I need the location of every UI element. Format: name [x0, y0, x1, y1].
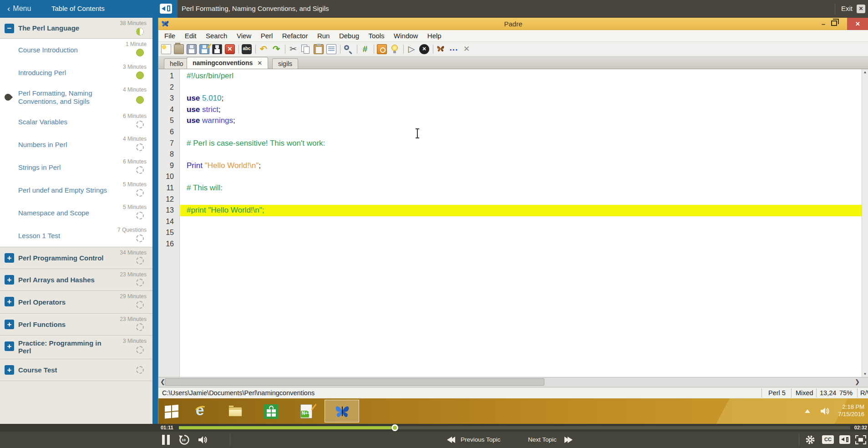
collapse-panel-button[interactable] — [839, 435, 850, 444]
tab-sigils[interactable]: sigils — [272, 58, 298, 69]
new-file-icon[interactable] — [161, 44, 171, 54]
close-player-button[interactable]: ✕ — [857, 5, 865, 13]
toc-item-numbers-in-perl[interactable]: Numbers in Perl 4 Minutes — [0, 133, 152, 156]
menu-back-button[interactable]: ‹Menu — [7, 4, 31, 14]
toc-item-perl-undef[interactable]: Perl undef and Empty Strings 5 Minutes — [0, 179, 152, 202]
close-window-button[interactable]: ✕ — [847, 18, 868, 30]
menu-edit[interactable]: Edit — [181, 30, 200, 41]
horizontal-scrollbar[interactable]: ❮ ❯ — [158, 377, 868, 387]
close-tab-icon[interactable]: ✕ — [257, 57, 262, 69]
settings-button[interactable] — [805, 434, 816, 445]
expand-section-button[interactable]: + — [5, 253, 14, 263]
restore-button[interactable] — [831, 20, 837, 26]
expand-section-button[interactable]: + — [5, 275, 14, 285]
menu-tools[interactable]: Tools — [365, 30, 388, 41]
spellcheck-abc-icon[interactable]: abc — [242, 44, 252, 54]
scroll-up-icon[interactable]: ▲ — [862, 70, 868, 74]
tab-hello[interactable]: hello — [164, 58, 189, 69]
expand-section-button[interactable]: + — [5, 341, 14, 351]
menu-file[interactable]: File — [161, 30, 179, 41]
toc-item-course-introduction[interactable]: Course Introduction 1 Minute — [0, 39, 152, 61]
expand-section-button[interactable]: + — [5, 297, 14, 306]
section-the-perl-language[interactable]: − The Perl Language 38 Minutes — [0, 18, 152, 39]
vertical-scrollbar[interactable]: ▲ ▼ — [862, 69, 868, 377]
copy-icon[interactable] — [301, 44, 311, 54]
open-file-icon[interactable] — [174, 44, 184, 54]
previous-topic-button[interactable] — [447, 437, 455, 444]
exit-button[interactable]: Exit — [841, 5, 853, 12]
close-file-icon[interactable]: ✕ — [225, 44, 235, 54]
previous-topic-label[interactable]: Previous Topic — [461, 436, 501, 443]
menu-debug[interactable]: Debug — [335, 30, 363, 41]
volume-tray-icon[interactable] — [819, 406, 830, 418]
pause-button[interactable] — [162, 435, 172, 446]
system-clock[interactable]: 2:18 PM 7/15/2016 — [838, 403, 864, 418]
seek-thumb[interactable] — [391, 424, 398, 431]
player-controls-bar: 10 Previous Topic Next Topic CC — [0, 432, 868, 448]
toc-item-namespace-scope[interactable]: Namespace and Scope 5 Minutes — [0, 202, 152, 224]
volume-button[interactable] — [198, 434, 208, 447]
run-script-icon[interactable]: ▷ — [406, 44, 416, 54]
section-practice-programming[interactable]: + Practice: Programming in Perl 3 Minute… — [0, 336, 152, 359]
tray-expand-icon[interactable] — [805, 409, 810, 413]
scroll-down-icon[interactable]: ▼ — [862, 372, 868, 376]
section-perl-operators[interactable]: + Perl Operators 29 Minutes — [0, 291, 152, 314]
comment-toggle-icon[interactable]: # — [360, 44, 370, 54]
menu-window[interactable]: Window — [390, 30, 421, 41]
padre-plugin-butterfly-icon[interactable] — [436, 44, 446, 54]
menu-refactor[interactable]: Refactor — [279, 30, 312, 41]
tab-namingconventions[interactable]: namingconventions✕ — [187, 57, 268, 69]
windows-taskbar: e N++ — [158, 398, 868, 424]
expand-section-button[interactable]: + — [5, 365, 14, 375]
menu-view[interactable]: View — [233, 30, 255, 41]
find-icon[interactable] — [343, 44, 353, 54]
toc-item-lesson-1-test[interactable]: Lesson 1 Test 7 Questions — [0, 224, 152, 247]
section-perl-arrays-hashes[interactable]: + Perl Arrays and Hashes 23 Minutes — [0, 269, 152, 291]
stop-icon[interactable]: ✕ — [419, 44, 429, 54]
file-explorer-icon[interactable] — [228, 404, 243, 419]
menu-run[interactable]: Run — [314, 30, 334, 41]
expand-section-button[interactable]: + — [5, 320, 14, 329]
find-in-files-icon[interactable] — [377, 44, 387, 54]
padre-taskbar-button[interactable] — [325, 400, 359, 423]
redo-icon[interactable]: ↷ — [271, 44, 281, 54]
lightbulb-icon[interactable] — [390, 44, 400, 54]
internet-explorer-icon[interactable]: e — [195, 404, 209, 419]
undo-icon[interactable]: ↶ — [259, 44, 269, 54]
replay-10-button[interactable]: 10 — [178, 434, 190, 446]
toc-item-scalar-variables[interactable]: Scalar Variables 6 Minutes — [0, 111, 152, 133]
menu-perl[interactable]: Perl — [257, 30, 277, 41]
collapse-sidebar-button[interactable] — [160, 4, 172, 14]
section-perl-programming-control[interactable]: + Perl Programming Control 34 Minutes — [0, 247, 152, 269]
hscroll-thumb[interactable] — [165, 378, 544, 386]
code-text-area[interactable]: #!/usr/bin/perl use 5.010; use strict; u… — [180, 69, 862, 377]
windows-store-icon[interactable] — [264, 404, 279, 419]
notepad-plus-plus-icon[interactable]: N++ — [299, 404, 314, 419]
section-course-test[interactable]: + Course Test — [0, 359, 152, 381]
closed-captions-button[interactable]: CC — [822, 435, 834, 444]
scroll-right-icon[interactable]: ❯ — [855, 378, 860, 385]
fullscreen-button[interactable] — [855, 435, 866, 444]
toc-item-perl-formatting-current[interactable]: Perl Formatting, Naming Conventions, and… — [0, 84, 152, 111]
paste-icon[interactable] — [314, 44, 324, 54]
padre-title-bar[interactable]: Padre – ✕ — [158, 18, 868, 30]
seek-bar[interactable] — [179, 426, 850, 429]
select-all-icon[interactable] — [326, 44, 336, 54]
save-as-icon[interactable] — [199, 44, 209, 54]
menu-search[interactable]: Search — [202, 30, 231, 41]
next-topic-label[interactable]: Next Topic — [528, 436, 557, 443]
minimize-button[interactable]: – — [817, 19, 829, 29]
start-button[interactable] — [165, 404, 179, 419]
toc-item-strings-in-perl[interactable]: Strings in Perl 6 Minutes — [0, 156, 152, 179]
toc-item-introducing-perl[interactable]: Introducing Perl 3 Minutes — [0, 61, 152, 84]
save-icon[interactable] — [187, 44, 197, 54]
section-perl-functions[interactable]: + Perl Functions 23 Minutes — [0, 314, 152, 336]
chevron-left-icon: ‹ — [7, 4, 10, 13]
save-all-icon[interactable] — [212, 44, 222, 54]
collapse-section-button[interactable]: − — [5, 24, 14, 33]
menu-help[interactable]: Help — [424, 30, 445, 41]
next-topic-button[interactable] — [564, 437, 573, 444]
more-options-icon[interactable]: ... — [449, 44, 459, 54]
close-toolbar-icon[interactable]: ✕ — [462, 44, 472, 54]
cut-icon[interactable]: ✂ — [288, 44, 298, 54]
